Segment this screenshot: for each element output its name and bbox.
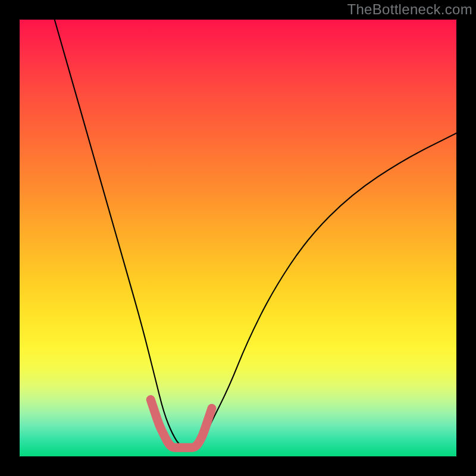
highlight-path [151,400,212,448]
watermark-text: TheBottleneck.com [347,1,472,18]
chart-frame: TheBottleneck.com [0,0,476,476]
plot-area [20,20,456,456]
chart-svg [20,20,456,456]
curve-path [55,20,456,447]
